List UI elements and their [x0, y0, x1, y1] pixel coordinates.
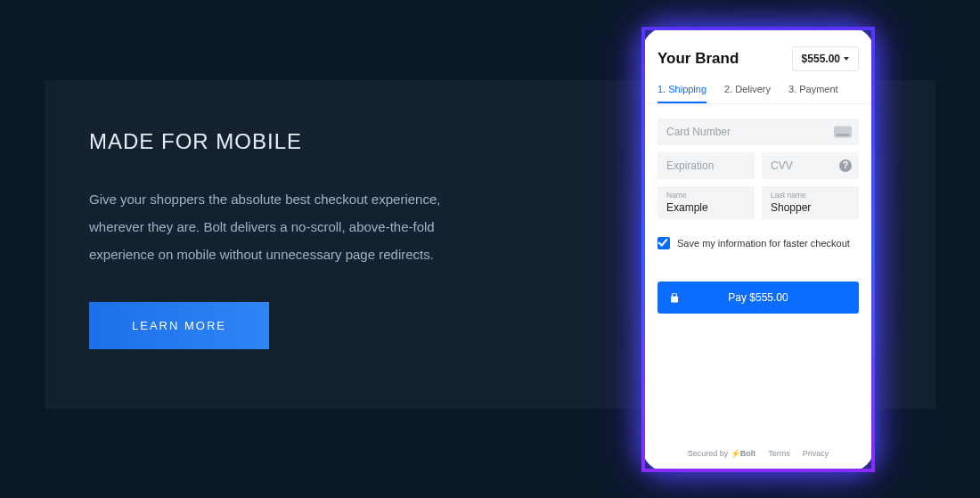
checkbox-icon[interactable]	[657, 237, 670, 249]
name-value: Example	[666, 201, 708, 214]
lastname-value: Shopper	[771, 201, 811, 214]
pay-button-label: Pay $555.00	[728, 291, 788, 304]
expiration-placeholder: Expiration	[666, 159, 714, 172]
bolt-logo: ⚡Bolt	[731, 449, 756, 458]
phone-screen: Your Brand $555.00 1. Shipping 2. Delive…	[645, 30, 871, 469]
privacy-link[interactable]: Privacy	[803, 449, 829, 458]
help-icon[interactable]: ?	[839, 159, 852, 172]
name-field[interactable]: Name Example	[657, 186, 755, 219]
tab-payment[interactable]: 3. Payment	[788, 84, 838, 103]
name-label: Name	[666, 191, 687, 200]
brand-title: Your Brand	[657, 50, 739, 68]
amount-dropdown[interactable]: $555.00	[792, 46, 859, 71]
cvv-field[interactable]: CVV ?	[762, 152, 859, 179]
lastname-field[interactable]: Last name Shopper	[762, 186, 859, 219]
amount-value: $555.00	[802, 53, 840, 65]
pay-button[interactable]: Pay $555.00	[657, 282, 859, 314]
phone-mockup: Your Brand $555.00 1. Shipping 2. Delive…	[641, 27, 875, 472]
checkout-header: Your Brand $555.00	[657, 46, 859, 71]
expiration-field[interactable]: Expiration	[657, 152, 755, 179]
tab-shipping[interactable]: 1. Shipping	[657, 84, 706, 103]
cvv-placeholder: CVV	[771, 159, 793, 172]
card-number-placeholder: Card Number	[666, 126, 731, 138]
card-number-field[interactable]: Card Number	[657, 118, 859, 145]
hero-body: Give your shoppers the absolute best che…	[89, 186, 463, 268]
credit-card-icon	[834, 127, 852, 138]
lock-icon	[670, 293, 679, 303]
save-info-row[interactable]: Save my information for faster checkout	[657, 237, 859, 249]
hero-copy: MADE FOR MOBILE Give your shoppers the a…	[89, 129, 463, 349]
checkout-tabs: 1. Shipping 2. Delivery 3. Payment	[645, 84, 871, 104]
lastname-label: Last name	[771, 191, 806, 200]
chevron-down-icon	[844, 57, 849, 61]
save-info-label: Save my information for faster checkout	[677, 238, 850, 249]
tab-delivery[interactable]: 2. Delivery	[724, 84, 771, 103]
terms-link[interactable]: Terms	[768, 449, 790, 458]
checkout-footer: Secured by ⚡Bolt Terms Privacy	[645, 449, 871, 458]
secured-by: Secured by ⚡Bolt	[688, 449, 756, 458]
hero-heading: MADE FOR MOBILE	[89, 129, 463, 154]
payment-form: Card Number Expiration CVV ? Name Exampl…	[657, 118, 859, 314]
learn-more-button[interactable]: LEARN MORE	[89, 302, 269, 349]
